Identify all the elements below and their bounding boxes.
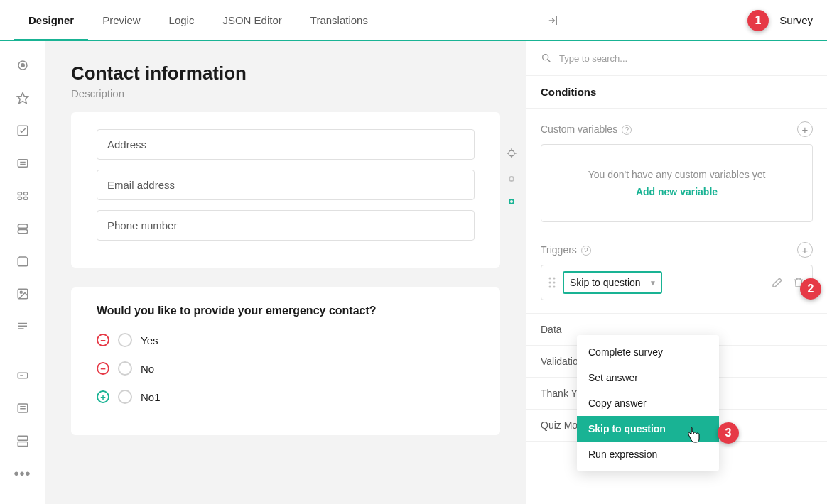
search-row	[526, 41, 827, 76]
trigger-type-input[interactable]: Skip to question▼	[563, 271, 662, 294]
help-icon[interactable]: ?	[581, 246, 591, 256]
page-nav-dots	[506, 148, 517, 204]
svg-point-41	[549, 282, 551, 284]
option-label[interactable]: Yes	[141, 334, 158, 346]
svg-rect-17	[18, 224, 28, 228]
edit-trigger-icon[interactable]	[771, 276, 784, 289]
svg-rect-10	[18, 160, 28, 168]
svg-point-7	[21, 64, 24, 67]
tab-preview[interactable]: Preview	[88, 0, 154, 41]
tab-designer[interactable]: Designer	[14, 0, 88, 41]
nav-dot[interactable]	[509, 176, 514, 182]
option-row[interactable]: + No1	[97, 390, 475, 404]
svg-rect-30	[18, 442, 28, 447]
svg-point-44	[553, 286, 556, 288]
remove-choice-icon[interactable]: −	[97, 334, 109, 346]
dropdown-option[interactable]: Copy answer	[577, 390, 719, 416]
panel-title: Survey	[779, 14, 813, 26]
custom-variables-empty: You don't have any custom variables yet …	[541, 144, 813, 222]
field-address[interactable]: Address	[97, 129, 475, 160]
tool-multipletext-icon[interactable]	[14, 400, 31, 417]
svg-point-40	[553, 278, 556, 280]
question-description[interactable]: Description	[71, 87, 500, 99]
svg-line-38	[548, 60, 550, 62]
annotation-badge-2: 2	[800, 278, 821, 300]
radio-icon[interactable]	[118, 333, 132, 347]
nav-dot-active[interactable]	[509, 199, 514, 204]
dropdown-option[interactable]: Set answer	[577, 365, 719, 390]
option-label[interactable]: No	[141, 363, 154, 375]
svg-rect-13	[18, 192, 21, 195]
option-row[interactable]: − No	[97, 361, 475, 376]
trigger-type-value: Skip to question	[570, 277, 641, 288]
svg-point-42	[553, 282, 556, 284]
tool-radiogroup-icon[interactable]	[14, 57, 31, 74]
drag-handle-icon[interactable]	[548, 277, 556, 288]
dropdown-option[interactable]: Run expression	[577, 442, 719, 467]
question2-title[interactable]: Would you like to provide your emergency…	[97, 305, 475, 317]
tool-checkbox-icon[interactable]	[14, 122, 31, 139]
radio-icon[interactable]	[118, 390, 132, 404]
divider	[12, 351, 33, 351]
svg-rect-29	[18, 436, 28, 440]
svg-point-43	[549, 286, 551, 288]
add-variable-button[interactable]: +	[797, 121, 813, 137]
question-card[interactable]: Address Email address Phone number	[71, 112, 500, 268]
custom-variables-label: Custom variables	[541, 124, 617, 135]
tool-tagbox-icon[interactable]	[14, 187, 31, 204]
field-label: Phone number	[107, 219, 177, 231]
svg-rect-15	[18, 197, 21, 200]
field-email[interactable]: Email address	[97, 170, 475, 200]
tool-dropdown-icon[interactable]	[14, 155, 31, 172]
section-header-conditions[interactable]: Conditions	[526, 76, 827, 109]
svg-rect-18	[18, 230, 28, 234]
collapse-panel-icon[interactable]	[541, 9, 565, 33]
gps-icon[interactable]	[506, 148, 517, 159]
svg-marker-8	[17, 93, 28, 104]
toolbox-rail: •••	[0, 41, 45, 504]
search-icon	[541, 53, 552, 64]
svg-point-37	[543, 55, 548, 60]
option-row[interactable]: − Yes	[97, 333, 475, 347]
svg-point-39	[549, 278, 551, 280]
dropdown-option[interactable]: Complete survey	[577, 339, 719, 365]
field-phone[interactable]: Phone number	[97, 210, 475, 241]
empty-message: You don't have any custom variables yet	[556, 169, 798, 180]
design-canvas[interactable]: Contact information Description Address …	[45, 41, 526, 504]
tool-boolean-icon[interactable]	[14, 220, 31, 237]
tool-file-icon[interactable]	[14, 253, 31, 270]
trigger-row: Skip to question▼	[541, 265, 813, 300]
option-label[interactable]: No1	[141, 391, 161, 403]
question-card-2[interactable]: Would you like to provide your emergency…	[71, 287, 500, 435]
triggers-label: Triggers	[541, 244, 577, 256]
svg-point-31	[509, 150, 514, 156]
tool-text-icon[interactable]	[14, 367, 31, 384]
dropdown-option-selected[interactable]: Skip to question	[577, 416, 719, 442]
add-trigger-button[interactable]: +	[797, 242, 813, 258]
chevron-down-icon[interactable]: ▼	[649, 279, 656, 287]
tool-comment-icon[interactable]	[14, 318, 31, 335]
svg-point-20	[20, 291, 22, 293]
annotation-badge-3: 3	[718, 422, 739, 444]
search-input[interactable]	[559, 53, 813, 64]
tool-image-icon[interactable]	[14, 285, 31, 302]
tab-translations[interactable]: Translations	[296, 0, 382, 41]
field-label: Email address	[107, 179, 175, 191]
trigger-dropdown: Complete survey Set answer Copy answer S…	[577, 335, 719, 471]
add-choice-icon[interactable]: +	[97, 390, 109, 403]
field-label: Address	[107, 138, 146, 150]
annotation-badge-1: 1	[747, 10, 769, 31]
tool-rating-icon[interactable]	[14, 89, 31, 106]
svg-rect-14	[23, 192, 27, 195]
tool-panel-icon[interactable]	[14, 432, 31, 449]
help-icon[interactable]: ?	[622, 125, 632, 135]
remove-choice-icon[interactable]: −	[97, 362, 109, 375]
question-title[interactable]: Contact information	[71, 62, 500, 84]
tool-more-icon[interactable]: •••	[14, 465, 31, 482]
tab-json-editor[interactable]: JSON Editor	[208, 0, 296, 41]
add-variable-link[interactable]: Add new variable	[556, 186, 798, 197]
svg-rect-16	[23, 197, 27, 200]
radio-icon[interactable]	[118, 361, 132, 376]
tab-logic[interactable]: Logic	[155, 0, 209, 41]
